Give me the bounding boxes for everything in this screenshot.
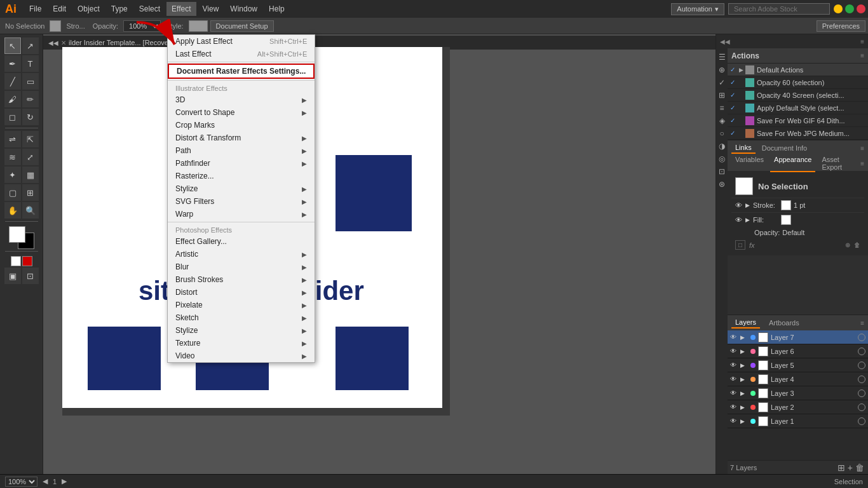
layer-target-4[interactable] bbox=[858, 376, 865, 383]
fill-expand-icon[interactable]: ▶ bbox=[745, 217, 753, 223]
color-mode-btn[interactable]: ▣ bbox=[4, 268, 21, 284]
layer-row-4[interactable]: 👁 ▶ Layer 4 bbox=[728, 372, 868, 386]
effect-rasterize[interactable]: Rasterize... bbox=[168, 170, 315, 182]
layers-options-icon[interactable]: ≡ bbox=[860, 320, 864, 327]
effect-stylize[interactable]: Stylize ▶ bbox=[168, 182, 315, 195]
color-side-icon[interactable]: ◎ bbox=[719, 152, 725, 165]
layer-visibility-icon-1[interactable]: 👁 bbox=[730, 417, 740, 424]
layer-row-5[interactable]: 👁 ▶ Layer 5 bbox=[728, 358, 868, 372]
document-raster-settings-item[interactable]: Document Raster Effects Settings... bbox=[168, 64, 315, 79]
menu-file[interactable]: File bbox=[24, 2, 46, 16]
layer-row-2[interactable]: 👁 ▶ Layer 2 bbox=[728, 400, 868, 414]
action-item-1[interactable]: ✓ Opacity 60 (selection) bbox=[728, 76, 868, 89]
pen-tool[interactable]: ✒ bbox=[4, 55, 21, 72]
window-close-button[interactable] bbox=[857, 4, 865, 13]
preferences-button[interactable]: Preferences bbox=[817, 20, 865, 32]
links-options-icon[interactable]: ≡ bbox=[860, 145, 864, 152]
stroke-side-icon[interactable]: ○ bbox=[719, 127, 724, 140]
tab-links[interactable]: Links bbox=[731, 142, 756, 154]
layer-visibility-icon-3[interactable]: 👁 bbox=[730, 390, 740, 396]
gradient-side-icon[interactable]: ◑ bbox=[719, 140, 725, 152]
fill-color-swatch[interactable] bbox=[781, 215, 791, 225]
hand-tool[interactable]: ✋ bbox=[4, 202, 21, 219]
actions-options-icon[interactable]: ≡ bbox=[860, 52, 864, 59]
effect-artistic[interactable]: Artistic ▶ bbox=[168, 248, 315, 261]
new-art-has-basic-appearance-btn[interactable]: □ bbox=[735, 240, 745, 250]
close-tab-icon[interactable]: ✕ bbox=[61, 39, 66, 46]
effect-distort[interactable]: Distort ▶ bbox=[168, 286, 315, 299]
menu-select[interactable]: Select bbox=[134, 2, 165, 16]
automation-dropdown[interactable]: Automation ▾ bbox=[671, 3, 724, 15]
effect-gallery[interactable]: Effect Gallery... bbox=[168, 235, 315, 248]
apply-last-effect-item[interactable]: Apply Last Effect Shift+Ctrl+E bbox=[168, 35, 315, 48]
zoom-tool[interactable]: 🔍 bbox=[22, 202, 39, 219]
stroke-visibility-icon[interactable]: 👁 bbox=[735, 201, 745, 209]
layers-side-icon[interactable]: ☰ bbox=[719, 51, 726, 64]
warp-tool[interactable]: ≋ bbox=[4, 149, 21, 165]
layer-visibility-icon-7[interactable]: 👁 bbox=[730, 334, 740, 341]
effect-warp[interactable]: Warp ▶ bbox=[168, 208, 315, 220]
layer-visibility-icon-4[interactable]: 👁 bbox=[730, 376, 740, 383]
brush-side-icon[interactable]: ✓ bbox=[719, 76, 725, 89]
opacity-select[interactable]: 100% bbox=[123, 20, 161, 32]
direct-select-tool[interactable]: ↗ bbox=[22, 37, 39, 54]
symbols-side-icon[interactable]: ⊛ bbox=[719, 178, 725, 191]
style-swatch[interactable] bbox=[189, 20, 208, 32]
tab-asset-export[interactable]: Asset Export bbox=[818, 154, 855, 172]
layer-expand-icon-7[interactable]: ▶ bbox=[740, 334, 748, 341]
effect-convert-to-shape[interactable]: Convert to Shape ▶ bbox=[168, 106, 315, 119]
make-sublayer-button[interactable]: ⊞ bbox=[836, 463, 846, 473]
window-maximize-button[interactable] bbox=[845, 4, 854, 13]
width-tool[interactable]: ⤢ bbox=[22, 149, 39, 165]
effect-crop-marks[interactable]: Crop Marks bbox=[168, 119, 315, 132]
effect-pathfinder[interactable]: Pathfinder ▶ bbox=[168, 157, 315, 170]
nav-prev-icon[interactable]: ◀ bbox=[43, 477, 48, 485]
effect-path[interactable]: Path ▶ bbox=[168, 144, 315, 157]
eraser-tool[interactable]: ◻ bbox=[4, 109, 21, 125]
layer-row-7[interactable]: 👁 ▶ Layer 7 bbox=[728, 330, 868, 344]
history-side-icon[interactable]: ⊕ bbox=[719, 64, 725, 76]
layer-target-5[interactable] bbox=[858, 362, 865, 369]
delete-layer-button[interactable]: 🗑 bbox=[854, 463, 865, 473]
menu-edit[interactable]: Edit bbox=[48, 2, 71, 16]
align-side-icon[interactable]: ≡ bbox=[719, 102, 724, 114]
layer-row-1[interactable]: 👁 ▶ Layer 1 bbox=[728, 414, 868, 428]
tab-document-info[interactable]: Document Info bbox=[758, 143, 811, 153]
panel-collapse-left[interactable]: ◀◀ bbox=[48, 39, 58, 46]
stroke-expand-icon[interactable]: ▶ bbox=[745, 202, 753, 208]
layer-row-6[interactable]: 👁 ▶ Layer 6 bbox=[728, 344, 868, 358]
zoom-select[interactable]: 100% 50% 200% bbox=[5, 477, 37, 487]
slice-tool[interactable]: ⊞ bbox=[22, 184, 39, 201]
stroke-color-swatch[interactable] bbox=[781, 200, 791, 210]
menu-object[interactable]: Object bbox=[72, 2, 105, 16]
layer-target-1[interactable] bbox=[858, 417, 865, 425]
search-stock-input[interactable] bbox=[728, 3, 830, 15]
menu-view[interactable]: View bbox=[198, 2, 224, 16]
tab-variables[interactable]: Variables bbox=[731, 154, 768, 172]
fill-visibility-icon[interactable]: 👁 bbox=[735, 216, 745, 224]
effect-texture[interactable]: Texture ▶ bbox=[168, 337, 315, 349]
transparency-side-icon[interactable]: ⊡ bbox=[719, 165, 725, 178]
layer-target-7[interactable] bbox=[858, 334, 865, 341]
panel-collapse-btn[interactable]: ◀◀ bbox=[720, 38, 730, 45]
symbol-tool[interactable]: ✦ bbox=[4, 166, 21, 183]
screen-mode-btn[interactable]: ⊡ bbox=[22, 268, 39, 284]
add-item-icon[interactable]: ⊕ bbox=[845, 241, 850, 248]
action-item-2[interactable]: ✓ Opacity 40 Screen (selecti... bbox=[728, 89, 868, 102]
layer-expand-icon-1[interactable]: ▶ bbox=[740, 418, 748, 424]
layer-row-3[interactable]: 👁 ▶ Layer 3 bbox=[728, 386, 868, 400]
stroke-indicator[interactable] bbox=[22, 256, 32, 266]
effect-sketch[interactable]: Sketch ▶ bbox=[168, 311, 315, 324]
layer-target-2[interactable] bbox=[858, 403, 865, 411]
layer-expand-icon-2[interactable]: ▶ bbox=[740, 404, 748, 410]
scale-tool[interactable]: ⇱ bbox=[22, 131, 39, 147]
appearance-options-icon[interactable]: ≡ bbox=[860, 160, 864, 167]
pathfinder-side-icon[interactable]: ◈ bbox=[719, 114, 725, 127]
select-tool[interactable]: ↖ bbox=[4, 37, 21, 54]
vertical-scrollbar[interactable] bbox=[442, 47, 450, 416]
effect-brush-strokes[interactable]: Brush Strokes ▶ bbox=[168, 273, 315, 286]
action-expand-icon[interactable]: ▶ bbox=[739, 67, 745, 73]
layer-visibility-icon-5[interactable]: 👁 bbox=[730, 362, 740, 369]
layer-expand-icon-6[interactable]: ▶ bbox=[740, 348, 748, 355]
layer-visibility-icon-2[interactable]: 👁 bbox=[730, 403, 740, 410]
